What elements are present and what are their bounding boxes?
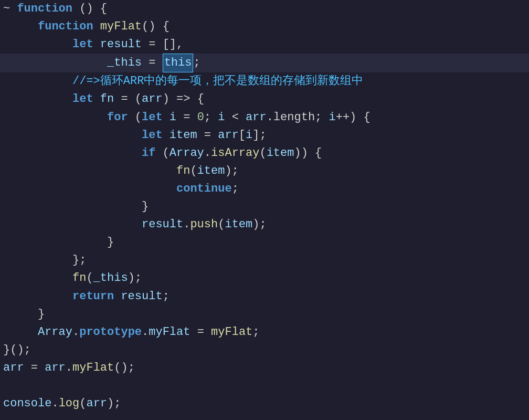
push-close: ); (252, 216, 266, 234)
fn-close2: ); (128, 269, 142, 287)
fn-arg2: ( (86, 269, 93, 287)
code-line-20: result.push(item); (0, 216, 529, 234)
code-line-13: let fn = (arr) => { (0, 90, 529, 108)
line-content-22: }; (0, 251, 86, 269)
code-line-28: arr = arr.myFlat(); (0, 359, 529, 377)
code-line-8: ~ function () { (0, 0, 529, 18)
line-content-15: let item = arr[i]; (0, 127, 267, 144)
comment-text: //=>循环ARR中的每一项，把不是数组的存储到新数组中 (72, 72, 363, 90)
line-content-13: let fn = (arr) => { (0, 90, 204, 108)
arg-item: ( (259, 144, 266, 162)
code-line-15: let item = arr[i]; (0, 127, 529, 144)
kw-let-3: let (142, 109, 163, 127)
code-editor: ~ function () { function myFlat() { let … (0, 0, 529, 420)
class-array: Array (170, 144, 204, 162)
close-brace3: }; (72, 251, 86, 269)
code-line-14: for (let i = 0; i < arr.length; i++) { (0, 109, 529, 127)
increment: ++) { (336, 109, 371, 127)
fn-call-fn: fn (176, 162, 190, 180)
bracket-close: ]; (252, 127, 266, 144)
parens: () { (142, 18, 170, 36)
space (93, 18, 100, 36)
fn-close: ); (225, 162, 238, 180)
close-parens: )) { (294, 144, 322, 162)
lt: < (225, 109, 246, 127)
close-brace: } (142, 198, 149, 216)
kw-prototype: prototype (79, 323, 142, 341)
assign2: = (197, 127, 218, 144)
num-zero: 0 (197, 109, 204, 127)
code-line-18: continue; (0, 180, 529, 198)
var-arr5: arr (86, 395, 107, 413)
code-line-25: } (0, 306, 529, 323)
code-line-9: function myFlat() { (0, 18, 529, 36)
var-arr2: arr (218, 127, 239, 144)
line-content-27: }(); (0, 341, 31, 359)
var-i: i (170, 109, 176, 127)
var-arr4: arr (45, 359, 66, 377)
push-arg: ( (218, 216, 225, 234)
kw-function: function (17, 0, 72, 18)
fn-call-fn2: fn (72, 269, 86, 287)
fn-myflat2: myFlat (211, 323, 252, 341)
kw-for: for (107, 109, 128, 127)
dot-length: .length; (267, 109, 329, 127)
plain-text: () { (72, 0, 107, 18)
code-line-16: if (Array.isArray(item)) { (0, 144, 529, 162)
param-arr: arr (142, 90, 163, 108)
call-parens: (); (114, 359, 135, 377)
kw-let-2: let (72, 90, 93, 108)
space2 (163, 109, 170, 127)
line-content-29 (0, 377, 10, 395)
fn-myflat: myFlat (100, 18, 142, 36)
code-line-11: _this = this; (0, 54, 529, 72)
line-content-8: ~ function () { (0, 0, 107, 18)
code-line-12: //=>循环ARR中的每一项，把不是数组的存储到新数组中 (0, 72, 529, 90)
code-line-22: }; (0, 251, 529, 269)
var-item3: item (197, 162, 225, 180)
kw-this: this (163, 54, 194, 72)
space (93, 90, 100, 108)
dot6: . (51, 395, 58, 413)
for-init: = (176, 109, 197, 127)
kw-let: let (72, 36, 93, 54)
semi5: ; (252, 323, 259, 341)
var-console: console (3, 395, 51, 413)
dot4: . (142, 323, 149, 341)
fn-isarray: isArray (211, 144, 259, 162)
line-content-23: fn(_this); (0, 269, 142, 287)
code-line-10: let result = [], (0, 36, 529, 54)
semi4: ; (163, 288, 170, 306)
code-line-23: fn(_this); (0, 269, 529, 287)
space4 (114, 288, 121, 306)
assign: = (142, 54, 163, 72)
paren2: ( (155, 144, 169, 162)
semi3: ; (232, 180, 239, 198)
assign3: = (190, 323, 211, 341)
kw-let-4: let (142, 127, 163, 144)
kw-if: if (142, 144, 155, 162)
var-result2: result (142, 216, 183, 234)
var-_this2: _this (93, 269, 128, 287)
line-content-24: return result; (0, 288, 170, 306)
code-line-17: fn(item); (0, 162, 529, 180)
var-item4: item (225, 216, 252, 234)
var-i3: i (329, 109, 336, 127)
close-brace2: } (107, 234, 114, 251)
kw-return: return (72, 288, 114, 306)
var-arr: arr (246, 109, 267, 127)
log-arg: ( (79, 395, 86, 413)
iife-close: }(); (3, 341, 31, 359)
dot2: . (183, 216, 190, 234)
assign4: = (24, 359, 45, 377)
line-content-20: result.push(item); (0, 216, 267, 234)
code-line-30: console.log(arr); (0, 395, 529, 413)
semicolon: ; (193, 54, 200, 72)
var-_this: _this (107, 54, 142, 72)
dot: . (204, 144, 211, 162)
empty (3, 377, 10, 395)
line-content-26: Array.prototype.myFlat = myFlat; (0, 323, 260, 341)
arrow: ) => { (163, 90, 204, 108)
code-line-24: return result; (0, 288, 529, 306)
code-line-26: Array.prototype.myFlat = myFlat; (0, 323, 529, 341)
